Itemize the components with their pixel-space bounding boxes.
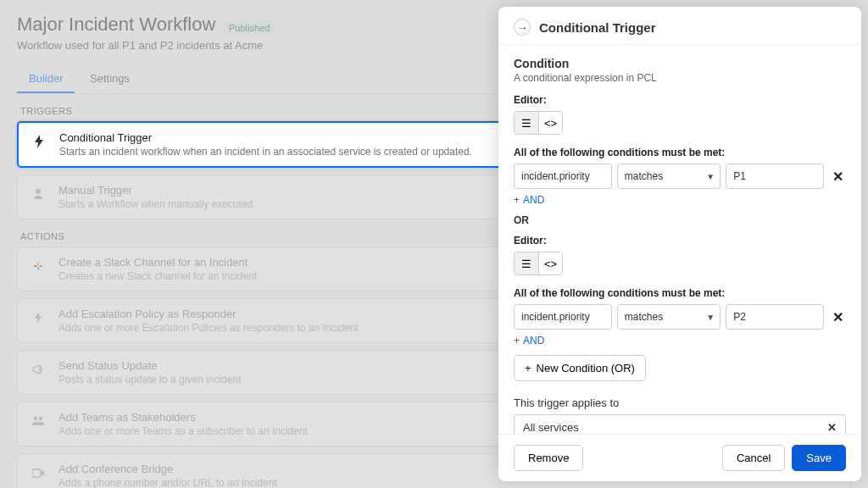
operator-select[interactable]: matches▼ (617, 164, 721, 189)
close-icon: ✕ (832, 169, 843, 184)
or-separator: OR (514, 214, 846, 226)
trigger-title: Conditional Trigger (59, 131, 472, 144)
value-input[interactable]: P2 (726, 304, 824, 330)
applies-to-input[interactable]: All services ✕ (514, 414, 846, 434)
field-input[interactable]: incident.priority (514, 304, 612, 330)
add-and-condition[interactable]: +AND (514, 194, 846, 206)
plus-icon: + (514, 194, 520, 206)
new-condition-button[interactable]: +New Condition (OR) (514, 355, 646, 381)
operator-select[interactable]: matches▼ (617, 304, 721, 330)
plus-icon: + (525, 362, 531, 374)
editor-mode-toggle: ☰ <> (514, 111, 563, 135)
panel-title: Conditional Trigger (539, 20, 656, 35)
arrow-right-icon: → (517, 21, 528, 34)
list-icon: ☰ (521, 258, 531, 270)
remove-button[interactable]: Remove (514, 445, 583, 471)
close-icon: ✕ (832, 310, 843, 324)
editor-code-mode[interactable]: <> (538, 252, 562, 274)
close-icon[interactable]: ✕ (827, 421, 837, 434)
editor-list-mode[interactable]: ☰ (515, 252, 538, 274)
back-button[interactable]: → (514, 19, 531, 36)
caret-down-icon: ▼ (706, 313, 715, 322)
lightning-icon (29, 131, 49, 152)
trigger-desc: Starts an incident workflow when an inci… (59, 146, 472, 158)
remove-condition-button[interactable]: ✕ (829, 169, 846, 185)
list-icon: ☰ (521, 117, 531, 130)
plus-icon: + (514, 335, 520, 347)
add-and-condition[interactable]: +AND (514, 335, 846, 347)
editor-mode-toggle: ☰ <> (514, 252, 563, 275)
code-icon: <> (544, 117, 557, 130)
cancel-button[interactable]: Cancel (722, 445, 785, 471)
value-input[interactable]: P1 (726, 164, 824, 189)
applies-to-label: This trigger applies to (514, 396, 846, 409)
condition-hint: A conditional expression in PCL (514, 72, 846, 84)
save-button[interactable]: Save (792, 445, 846, 471)
all-conditions-label: All of the following conditions must be … (514, 147, 846, 158)
editor-code-mode[interactable]: <> (538, 112, 562, 134)
editor-label: Editor: (514, 235, 846, 247)
remove-condition-button[interactable]: ✕ (829, 309, 846, 325)
all-conditions-label: All of the following conditions must be … (514, 287, 846, 299)
field-input[interactable]: incident.priority (514, 164, 612, 189)
side-panel: → Conditional Trigger Condition A condit… (498, 7, 861, 481)
caret-down-icon: ▼ (706, 172, 715, 181)
condition-row: incident.priority matches▼ P2 ✕ (514, 304, 846, 330)
condition-row: incident.priority matches▼ P1 ✕ (514, 164, 846, 189)
code-icon: <> (544, 258, 557, 270)
condition-heading: Condition (514, 57, 846, 70)
editor-list-mode[interactable]: ☰ (515, 112, 538, 134)
applies-to-value: All services (523, 421, 579, 434)
editor-label: Editor: (514, 94, 846, 106)
